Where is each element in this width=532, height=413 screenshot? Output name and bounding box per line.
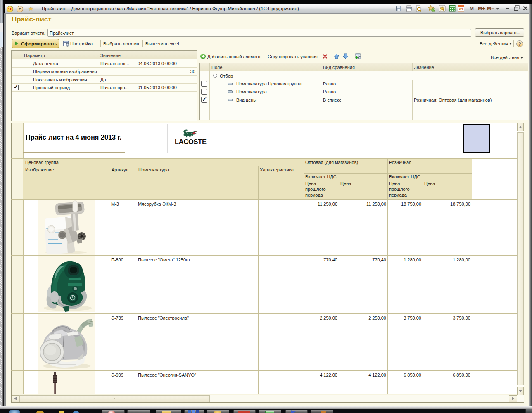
svg-text:31: 31 <box>459 7 463 11</box>
